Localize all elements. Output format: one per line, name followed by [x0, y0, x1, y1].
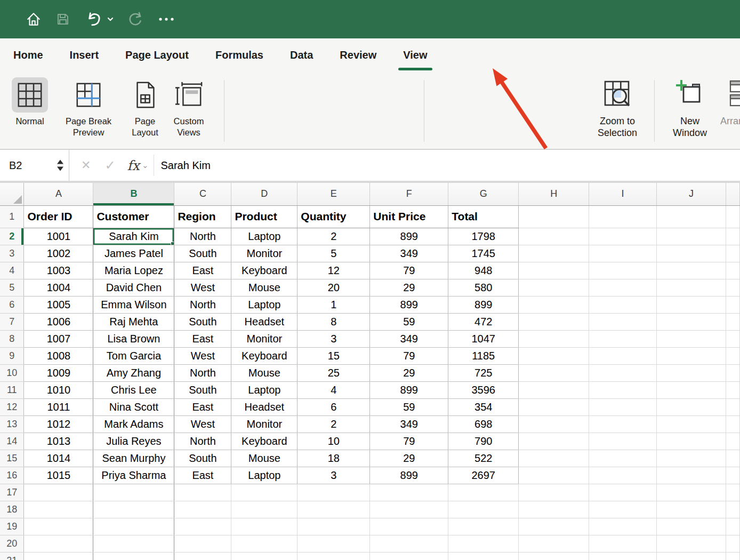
- cell-E16[interactable]: 3: [297, 467, 370, 484]
- column-header-D[interactable]: D: [231, 183, 297, 205]
- cell-G10[interactable]: 725: [448, 364, 519, 381]
- cell-C9[interactable]: West: [174, 347, 231, 364]
- cell-H7[interactable]: [519, 313, 589, 330]
- column-header-C[interactable]: C: [174, 183, 231, 205]
- cell-C10[interactable]: North: [174, 364, 231, 381]
- row-header-4[interactable]: 4: [0, 262, 24, 279]
- zoom-to-selection-button[interactable]: Zoom to Selection: [593, 78, 642, 139]
- cell-D6[interactable]: Laptop: [231, 296, 297, 313]
- cell-A4[interactable]: 1003: [24, 262, 93, 279]
- undo-dropdown-chevron[interactable]: [107, 7, 114, 31]
- cell-I10[interactable]: [589, 364, 657, 381]
- cell-F15[interactable]: 29: [370, 450, 448, 467]
- row-header-11[interactable]: 11: [0, 381, 24, 398]
- column-header-H[interactable]: H: [519, 183, 589, 205]
- cell-J15[interactable]: [657, 450, 726, 467]
- cell-K10[interactable]: [726, 364, 739, 381]
- cell-C13[interactable]: West: [174, 415, 231, 433]
- cell-K18[interactable]: [726, 501, 739, 518]
- cell-H14[interactable]: [519, 433, 589, 450]
- cell-B6[interactable]: Emma Wilson: [93, 296, 174, 313]
- cell-C12[interactable]: East: [174, 398, 231, 415]
- cell-H17[interactable]: [519, 484, 589, 501]
- cell-H20[interactable]: [519, 535, 589, 552]
- cell-E21[interactable]: [297, 552, 370, 560]
- cell-A18[interactable]: [24, 501, 93, 518]
- cell-G18[interactable]: [448, 501, 519, 518]
- cell-B4[interactable]: Maria Lopez: [93, 262, 174, 279]
- cell-I3[interactable]: [589, 245, 657, 262]
- cell-H10[interactable]: [519, 364, 589, 381]
- row-header-20[interactable]: 20: [0, 535, 24, 552]
- cell-G4[interactable]: 948: [448, 262, 519, 279]
- cell-D11[interactable]: Laptop: [231, 381, 297, 398]
- row-header-3[interactable]: 3: [0, 245, 24, 262]
- cell-J1[interactable]: [657, 205, 726, 228]
- cell-E11[interactable]: 4: [297, 381, 370, 398]
- cell-G15[interactable]: 522: [448, 450, 519, 467]
- cell-C5[interactable]: West: [174, 279, 231, 296]
- cancel-icon[interactable]: ✕: [81, 158, 91, 172]
- cell-I16[interactable]: [589, 467, 657, 484]
- cell-K1[interactable]: [726, 205, 739, 228]
- cell-B7[interactable]: Raj Mehta: [93, 313, 174, 330]
- cell-F14[interactable]: 79: [370, 433, 448, 450]
- cell-B15[interactable]: Sean Murphy: [93, 450, 174, 467]
- cell-E17[interactable]: [297, 484, 370, 501]
- cell-E2[interactable]: 2: [297, 228, 370, 245]
- cell-A12[interactable]: 1011: [24, 398, 93, 415]
- cell-H21[interactable]: [519, 552, 589, 560]
- cell-B10[interactable]: Amy Zhang: [93, 364, 174, 381]
- cell-A7[interactable]: 1006: [24, 313, 93, 330]
- cell-K21[interactable]: [726, 552, 739, 560]
- home-icon[interactable]: [26, 7, 42, 31]
- column-header-I[interactable]: I: [589, 183, 657, 205]
- cell-H11[interactable]: [519, 381, 589, 398]
- cell-F19[interactable]: [370, 518, 448, 535]
- cell-G11[interactable]: 3596: [448, 381, 519, 398]
- cell-I13[interactable]: [589, 415, 657, 433]
- cell-F1[interactable]: Unit Price: [370, 205, 448, 228]
- name-box-stepper[interactable]: [57, 160, 63, 171]
- cell-F2[interactable]: 899: [370, 228, 448, 245]
- cell-K13[interactable]: [726, 415, 739, 433]
- cell-D17[interactable]: [231, 484, 297, 501]
- cell-A10[interactable]: 1009: [24, 364, 93, 381]
- cell-C15[interactable]: South: [174, 450, 231, 467]
- cell-C16[interactable]: East: [174, 467, 231, 484]
- new-window-button[interactable]: New Window: [667, 78, 712, 139]
- cell-D14[interactable]: Keyboard: [231, 433, 297, 450]
- cell-I12[interactable]: [589, 398, 657, 415]
- column-header-A[interactable]: A: [24, 183, 93, 205]
- cell-B16[interactable]: Priya Sharma: [93, 467, 174, 484]
- column-header-B[interactable]: B: [93, 183, 174, 205]
- cell-H16[interactable]: [519, 467, 589, 484]
- undo-icon[interactable]: [84, 7, 102, 31]
- cell-B11[interactable]: Chris Lee: [93, 381, 174, 398]
- cell-A13[interactable]: 1012: [24, 415, 93, 433]
- cell-B8[interactable]: Lisa Brown: [93, 330, 174, 347]
- row-header-2[interactable]: 2: [0, 228, 24, 245]
- row-header-15[interactable]: 15: [0, 450, 24, 467]
- cell-F17[interactable]: [370, 484, 448, 501]
- cell-B17[interactable]: [93, 484, 174, 501]
- cell-A9[interactable]: 1008: [24, 347, 93, 364]
- cell-I17[interactable]: [589, 484, 657, 501]
- cell-B2[interactable]: Sarah Kim: [93, 228, 174, 245]
- tab-view[interactable]: View: [403, 38, 427, 72]
- cell-K9[interactable]: [726, 347, 739, 364]
- cell-B20[interactable]: [93, 535, 174, 552]
- cell-A17[interactable]: [24, 484, 93, 501]
- cell-C19[interactable]: [174, 518, 231, 535]
- cell-A21[interactable]: [24, 552, 93, 560]
- cell-F3[interactable]: 349: [370, 245, 448, 262]
- cell-K2[interactable]: [726, 228, 739, 245]
- cell-B14[interactable]: Julia Reyes: [93, 433, 174, 450]
- cell-F10[interactable]: 29: [370, 364, 448, 381]
- cell-G8[interactable]: 1047: [448, 330, 519, 347]
- tab-insert[interactable]: Insert: [70, 38, 99, 72]
- row-header-6[interactable]: 6: [0, 296, 24, 313]
- cell-J16[interactable]: [657, 467, 726, 484]
- cell-D5[interactable]: Mouse: [231, 279, 297, 296]
- cell-J19[interactable]: [657, 518, 726, 535]
